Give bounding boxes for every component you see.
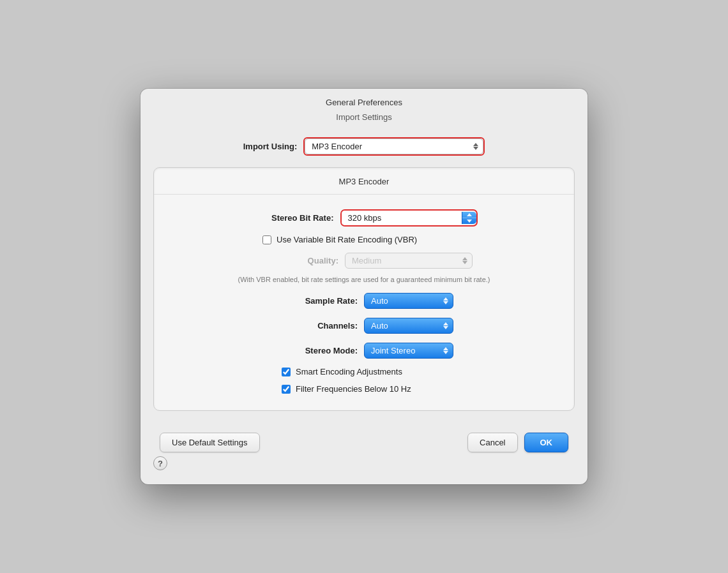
- bit-rate-increment-button[interactable]: [462, 212, 476, 218]
- stereo-mode-label: Stereo Mode:: [275, 346, 358, 355]
- bottom-buttons: Use Default Settings Cancel OK: [140, 424, 588, 465]
- stereo-bit-rate-row: Stereo Bit Rate:: [154, 205, 574, 231]
- channels-select-wrapper: Auto Mono Stereo: [364, 318, 453, 334]
- import-using-select-wrapper: MP3 Encoder AAC Encoder AIFF Encoder App…: [303, 137, 485, 156]
- bit-rate-decrement-button[interactable]: [462, 218, 476, 224]
- bit-rate-down-icon: [467, 220, 472, 223]
- stereo-mode-row: Stereo Mode: Joint Stereo Normal Stereo: [154, 338, 574, 363]
- smart-encoding-label: Smart Encoding Adjustments: [296, 367, 402, 376]
- quality-row: Quality: Medium Lowest Low High Highest: [154, 248, 574, 273]
- inner-panel-title: MP3 Encoder: [154, 168, 574, 195]
- stereo-bit-rate-stepper: [462, 212, 476, 224]
- quality-label: Quality:: [255, 256, 338, 265]
- stereo-mode-select[interactable]: Joint Stereo Normal Stereo: [364, 343, 453, 359]
- import-using-label: Import Using:: [243, 142, 298, 151]
- sample-rate-label: Sample Rate:: [275, 296, 358, 306]
- stereo-bit-rate-control: [340, 209, 478, 227]
- sample-rate-select-wrapper: Auto 8.000 kHz 11.025 kHz 22.050 kHz 44.…: [364, 293, 453, 309]
- stereo-bit-rate-label: Stereo Bit Rate:: [251, 213, 334, 223]
- vbr-checkbox-label: Use Variable Bit Rate Encoding (VBR): [277, 235, 417, 244]
- sample-rate-row: Sample Rate: Auto 8.000 kHz 11.025 kHz 2…: [154, 288, 574, 313]
- vbr-checkbox-row: Use Variable Bit Rate Encoding (VBR): [243, 231, 574, 248]
- mp3-encoder-panel: MP3 Encoder Stereo Bit Rate: Use Variabl…: [153, 167, 575, 411]
- import-using-row: Import Using: MP3 Encoder AAC Encoder AI…: [140, 131, 588, 167]
- general-preferences-window: General Preferences Import Settings Impo…: [140, 89, 588, 484]
- stereo-bit-rate-input[interactable]: [342, 211, 462, 225]
- ok-button[interactable]: OK: [524, 433, 569, 452]
- channels-select[interactable]: Auto Mono Stereo: [364, 318, 453, 334]
- channels-label: Channels:: [275, 321, 358, 331]
- quality-select-wrapper: Medium Lowest Low High Highest: [345, 253, 473, 269]
- filter-freq-row: Filter Frequencies Below 10 Hz: [262, 380, 574, 398]
- stereo-mode-select-wrapper: Joint Stereo Normal Stereo: [364, 343, 453, 359]
- vbr-hint: (With VBR enabled, bit rate settings are…: [154, 273, 574, 288]
- import-settings-subtitle: Import Settings: [140, 112, 588, 131]
- use-default-settings-button[interactable]: Use Default Settings: [160, 433, 260, 452]
- bit-rate-up-icon: [467, 213, 472, 216]
- channels-row: Channels: Auto Mono Stereo: [154, 313, 574, 338]
- quality-select[interactable]: Medium Lowest Low High Highest: [345, 253, 473, 269]
- smart-encoding-checkbox[interactable]: [282, 368, 291, 376]
- sample-rate-select[interactable]: Auto 8.000 kHz 11.025 kHz 22.050 kHz 44.…: [364, 293, 453, 309]
- import-using-select[interactable]: MP3 Encoder AAC Encoder AIFF Encoder App…: [305, 138, 483, 154]
- window-title: General Preferences: [140, 89, 588, 112]
- cancel-button[interactable]: Cancel: [467, 433, 517, 452]
- smart-encoding-row: Smart Encoding Adjustments: [262, 363, 574, 380]
- filter-freq-checkbox[interactable]: [282, 385, 291, 394]
- vbr-checkbox[interactable]: [262, 235, 271, 244]
- right-buttons: Cancel OK: [467, 433, 568, 452]
- help-button[interactable]: ?: [153, 456, 167, 470]
- filter-freq-label: Filter Frequencies Below 10 Hz: [296, 384, 411, 394]
